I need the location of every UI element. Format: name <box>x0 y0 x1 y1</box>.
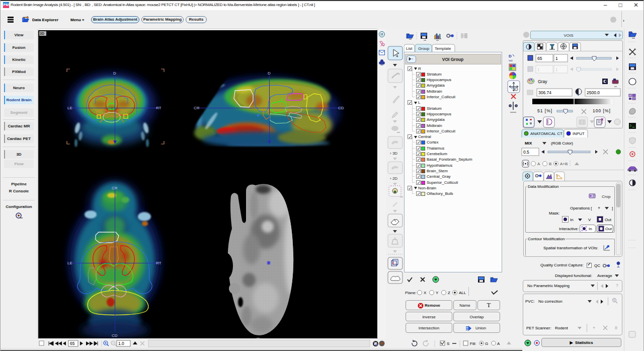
svg-text:51 [%]: 51 [%] <box>537 108 552 113</box>
svg-text:Fill:: Fill: <box>470 341 476 346</box>
svg-text:CR: CR <box>112 186 118 190</box>
svg-text:2500.0: 2500.0 <box>587 90 600 95</box>
svg-text:Out: Out <box>605 218 612 222</box>
svg-text:Group: Group <box>418 46 430 51</box>
svg-text:S: S <box>447 341 449 346</box>
svg-text:In: In <box>570 218 574 222</box>
svg-text:RT: RT <box>156 261 162 265</box>
svg-text:PM: PM <box>4 3 9 7</box>
svg-text:1: 1 <box>555 56 558 61</box>
svg-text:0.5: 0.5 <box>523 150 529 155</box>
svg-text:65: 65 <box>537 56 542 61</box>
svg-text:Template: Template <box>435 46 451 51</box>
svg-text:306.74: 306.74 <box>538 90 551 95</box>
svg-text:LE: LE <box>67 106 72 110</box>
svg-text:A: A <box>537 162 540 166</box>
svg-text:CD: CD <box>338 106 344 110</box>
svg-text:voi: voi <box>509 59 513 62</box>
svg-text:› 2D: › 2D <box>390 176 397 181</box>
svg-text:1: 1 <box>537 67 540 72</box>
svg-text:1: 1 <box>555 67 558 72</box>
svg-text:D: D <box>113 71 116 76</box>
svg-text:VOI Group: VOI Group <box>442 57 464 62</box>
svg-text:G: G <box>485 341 488 346</box>
svg-text:B: B <box>549 162 551 166</box>
svg-text:Gray: Gray <box>538 79 547 84</box>
svg-text:INPUT: INPUT <box>573 131 585 136</box>
svg-text:List: List <box>406 46 413 51</box>
svg-text:Crop: Crop <box>602 194 611 199</box>
svg-text:In: In <box>589 227 592 231</box>
svg-text:3D: 3D <box>40 32 44 35</box>
svg-text:Out: Out <box>605 227 612 231</box>
svg-text:1.0: 1.0 <box>118 341 124 346</box>
svg-text:CR: CR <box>194 106 200 110</box>
svg-text:CD: CD <box>112 333 118 338</box>
svg-text:100 [%]: 100 [%] <box>593 108 611 113</box>
svg-text:D: D <box>509 54 512 58</box>
svg-text:A: A <box>497 341 500 346</box>
svg-text:D: D <box>268 71 271 76</box>
svg-text:› 3D: › 3D <box>390 151 397 156</box>
svg-text:A+B: A+B <box>560 162 568 166</box>
svg-text:RT: RT <box>156 106 162 110</box>
svg-text:voi: voi <box>511 86 515 89</box>
svg-text:LE: LE <box>67 261 72 265</box>
svg-text:ANATOMICAL CT: ANATOMICAL CT <box>530 131 562 136</box>
svg-text:V: V <box>588 218 591 222</box>
svg-text:65: 65 <box>70 341 75 346</box>
